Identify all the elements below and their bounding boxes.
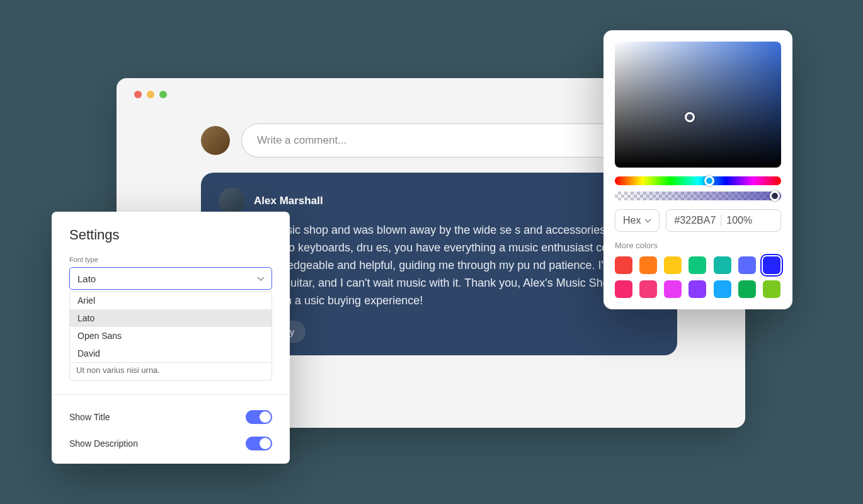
font-option-opensans[interactable]: Open Sans [70,327,271,345]
hue-slider[interactable] [615,176,781,185]
color-canvas[interactable] [615,42,781,168]
color-inputs: Hex #322BA7 100% [615,209,781,232]
opacity-value: 100% [726,215,752,226]
divider [52,394,290,395]
comment-header: Alex Marshall [219,188,660,214]
user-avatar [201,126,230,155]
font-textarea[interactable]: Ut non varius nisi urna. [69,363,272,381]
hex-input[interactable]: #322BA7 100% [666,209,781,232]
settings-panel: Settings Font type Ariel Lato Open Sans … [52,212,290,464]
hex-value: #322BA7 [674,215,716,226]
maximize-dot[interactable] [159,91,167,98]
show-title-toggle[interactable] [246,410,272,424]
color-swatch-13[interactable] [763,280,780,298]
alpha-slider[interactable] [615,192,781,200]
hex-divider [721,215,721,226]
comment-author: Alex Marshall [254,195,323,207]
color-swatch-5[interactable] [738,256,756,274]
font-option-ariel[interactable]: Ariel [70,292,271,309]
color-swatch-9[interactable] [664,280,682,298]
swatch-grid [615,256,781,298]
chevron-down-icon [644,219,651,223]
color-swatch-4[interactable] [714,256,731,274]
color-swatch-3[interactable] [689,256,706,274]
font-type-label: Font type [69,256,272,263]
color-picker: Hex #322BA7 100% More colors [603,30,792,309]
color-swatch-10[interactable] [689,280,706,298]
more-colors-label: More colors [615,241,781,250]
color-swatch-12[interactable] [738,280,756,298]
show-description-label: Show Description [69,438,138,449]
font-option-david[interactable]: David [70,345,271,362]
color-swatch-11[interactable] [714,280,731,298]
show-title-label: Show Title [69,412,110,422]
format-select[interactable]: Hex [615,209,660,232]
font-option-lato[interactable]: Lato [70,309,271,327]
minimize-dot[interactable] [147,91,154,98]
color-swatch-8[interactable] [639,280,657,298]
hue-handle[interactable] [704,176,714,186]
color-swatch-2[interactable] [664,256,682,274]
show-description-toggle[interactable] [246,437,272,450]
color-swatch-0[interactable] [615,256,632,274]
comment-avatar [219,188,245,214]
format-value: Hex [623,215,641,226]
show-title-row: Show Title [52,404,290,430]
font-select-input[interactable] [69,267,272,290]
color-swatch-7[interactable] [615,280,632,298]
close-dot[interactable] [134,91,142,98]
font-dropdown: Ariel Lato Open Sans David [69,291,272,363]
alpha-fill [615,192,781,200]
font-select[interactable] [69,267,272,290]
color-swatch-6[interactable] [763,256,780,274]
color-cursor[interactable] [685,112,695,122]
settings-title: Settings [52,227,290,243]
alpha-handle[interactable] [770,191,780,201]
show-description-row: Show Description [52,430,290,457]
color-swatch-1[interactable] [639,256,657,274]
